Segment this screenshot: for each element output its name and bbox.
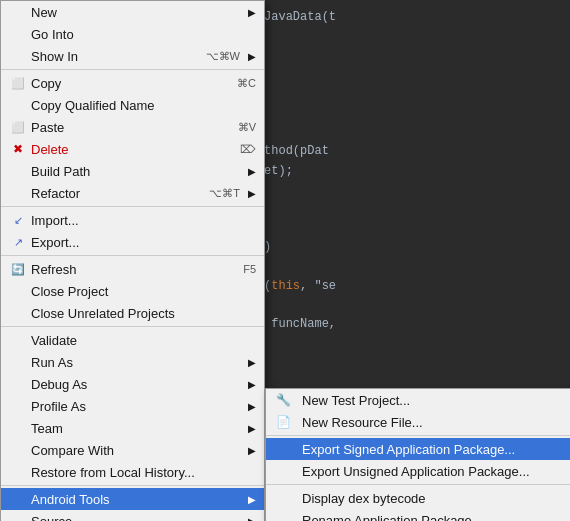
menu-item-android-tools[interactable]: Android Tools ▶ xyxy=(1,488,264,510)
menu-item-import[interactable]: ↙ Import... xyxy=(1,209,264,231)
menu-label-team: Team xyxy=(31,421,240,436)
submenu-label-new-test-project: New Test Project... xyxy=(302,393,410,408)
new-resource-file-icon: 📄 xyxy=(276,415,296,429)
menu-item-delete[interactable]: ✖ Delete ⌦ xyxy=(1,138,264,160)
submenu-label-display-dex: Display dex bytecode xyxy=(302,491,426,506)
menu-item-close-project[interactable]: Close Project xyxy=(1,280,264,302)
refresh-shortcut: F5 xyxy=(243,263,256,275)
menu-item-debug-as[interactable]: Debug As ▶ xyxy=(1,373,264,395)
menu-item-run-as[interactable]: Run As ▶ xyxy=(1,351,264,373)
menu-label-source: Source xyxy=(31,514,240,522)
menu-label-import: Import... xyxy=(31,213,256,228)
arrow-icon-debug-as: ▶ xyxy=(248,379,256,390)
menu-item-build-path[interactable]: Build Path ▶ xyxy=(1,160,264,182)
arrow-icon-refactor: ▶ xyxy=(248,188,256,199)
menu-label-delete: Delete xyxy=(31,142,220,157)
menu-item-profile-as[interactable]: Profile As ▶ xyxy=(1,395,264,417)
menu-label-paste: Paste xyxy=(31,120,218,135)
menu-item-validate[interactable]: Validate xyxy=(1,329,264,351)
menu-label-export: Export... xyxy=(31,235,256,250)
separator-2 xyxy=(1,206,264,207)
menu-label-debug-as: Debug As xyxy=(31,377,240,392)
menu-label-validate: Validate xyxy=(31,333,256,348)
menu-label-refresh: Refresh xyxy=(31,262,223,277)
arrow-icon-run-as: ▶ xyxy=(248,357,256,368)
menu-item-close-unrelated[interactable]: Close Unrelated Projects xyxy=(1,302,264,324)
menu-item-restore-history[interactable]: Restore from Local History... xyxy=(1,461,264,483)
menu-item-show-in[interactable]: Show In ⌥⌘W ▶ xyxy=(1,45,264,67)
import-icon: ↙ xyxy=(9,214,27,227)
paste-shortcut: ⌘V xyxy=(238,121,256,134)
arrow-icon-compare-with: ▶ xyxy=(248,445,256,456)
arrow-icon-profile-as: ▶ xyxy=(248,401,256,412)
menu-label-refactor: Refactor xyxy=(31,186,189,201)
export-icon: ↗ xyxy=(9,236,27,249)
menu-label-profile-as: Profile As xyxy=(31,399,240,414)
paste-icon: ⬜ xyxy=(9,121,27,134)
delete-shortcut: ⌦ xyxy=(240,143,256,156)
arrow-icon-team: ▶ xyxy=(248,423,256,434)
submenu-item-new-resource-file[interactable]: 📄 New Resource File... xyxy=(266,411,570,433)
arrow-icon-android-tools: ▶ xyxy=(248,494,256,505)
submenu-item-new-test-project[interactable]: 🔧 New Test Project... xyxy=(266,389,570,411)
menu-label-copy: Copy xyxy=(31,76,217,91)
menu-label-close-unrelated: Close Unrelated Projects xyxy=(31,306,256,321)
menu-label-go-into: Go Into xyxy=(31,27,256,42)
menu-item-paste[interactable]: ⬜ Paste ⌘V xyxy=(1,116,264,138)
menu-item-go-into[interactable]: Go Into xyxy=(1,23,264,45)
menu-item-new[interactable]: New ▶ xyxy=(1,1,264,23)
menu-label-restore-history: Restore from Local History... xyxy=(31,465,256,480)
menu-item-copy-qualified[interactable]: Copy Qualified Name xyxy=(1,94,264,116)
submenu-item-rename-package[interactable]: Rename Application Package xyxy=(266,509,570,521)
submenu-label-new-resource-file: New Resource File... xyxy=(302,415,423,430)
context-menu: New ▶ Go Into Show In ⌥⌘W ▶ ⬜ Copy ⌘C Co… xyxy=(0,0,265,521)
separator-1 xyxy=(1,69,264,70)
submenu-separator-1 xyxy=(266,435,570,436)
submenu-item-export-unsigned[interactable]: Export Unsigned Application Package... xyxy=(266,460,570,482)
menu-label-show-in: Show In xyxy=(31,49,186,64)
menu-item-compare-with[interactable]: Compare With ▶ xyxy=(1,439,264,461)
android-tools-submenu: 🔧 New Test Project... 📄 New Resource Fil… xyxy=(265,388,570,521)
menu-item-copy[interactable]: ⬜ Copy ⌘C xyxy=(1,72,264,94)
refresh-icon: 🔄 xyxy=(9,263,27,276)
delete-icon: ✖ xyxy=(9,142,27,156)
copy-icon: ⬜ xyxy=(9,77,27,90)
menu-label-android-tools: Android Tools xyxy=(31,492,240,507)
submenu-separator-2 xyxy=(266,484,570,485)
menu-item-team[interactable]: Team ▶ xyxy=(1,417,264,439)
menu-item-refresh[interactable]: 🔄 Refresh F5 xyxy=(1,258,264,280)
submenu-label-export-signed: Export Signed Application Package... xyxy=(302,442,515,457)
menu-label-run-as: Run As xyxy=(31,355,240,370)
menu-label-close-project: Close Project xyxy=(31,284,256,299)
menu-label-compare-with: Compare With xyxy=(31,443,240,458)
arrow-icon-new: ▶ xyxy=(248,7,256,18)
menu-label-new: New xyxy=(31,5,240,20)
submenu-label-rename-package: Rename Application Package xyxy=(302,513,472,522)
submenu-item-display-dex[interactable]: Display dex bytecode xyxy=(266,487,570,509)
separator-3 xyxy=(1,255,264,256)
submenu-item-export-signed[interactable]: Export Signed Application Package... xyxy=(266,438,570,460)
menu-label-build-path: Build Path xyxy=(31,164,240,179)
separator-4 xyxy=(1,326,264,327)
show-in-shortcut: ⌥⌘W xyxy=(206,50,240,63)
submenu-label-export-unsigned: Export Unsigned Application Package... xyxy=(302,464,530,479)
new-test-project-icon: 🔧 xyxy=(276,393,296,407)
menu-item-source[interactable]: Source ▶ xyxy=(1,510,264,521)
menu-item-refactor[interactable]: Refactor ⌥⌘T ▶ xyxy=(1,182,264,204)
menu-item-export[interactable]: ↗ Export... xyxy=(1,231,264,253)
copy-shortcut: ⌘C xyxy=(237,77,256,90)
separator-5 xyxy=(1,485,264,486)
menu-label-copy-qualified: Copy Qualified Name xyxy=(31,98,256,113)
refactor-shortcut: ⌥⌘T xyxy=(209,187,240,200)
arrow-icon-build-path: ▶ xyxy=(248,166,256,177)
arrow-icon-source: ▶ xyxy=(248,516,256,522)
arrow-icon-show-in: ▶ xyxy=(248,51,256,62)
